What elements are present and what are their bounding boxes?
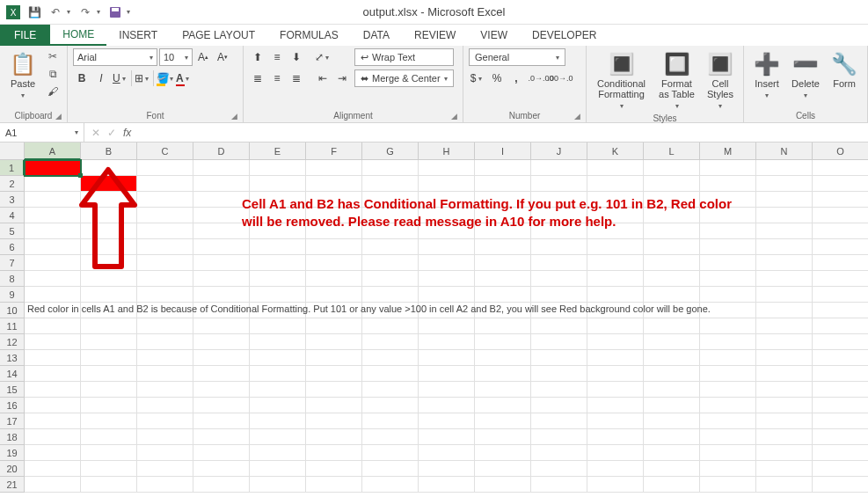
align-top-icon[interactable]: ⬆ xyxy=(249,48,266,66)
cell[interactable] xyxy=(756,398,813,413)
cell[interactable] xyxy=(475,350,531,366)
tab-view[interactable]: VIEW xyxy=(468,25,520,46)
tab-home[interactable]: HOME xyxy=(50,25,106,46)
cell[interactable] xyxy=(81,318,137,334)
cell[interactable] xyxy=(531,208,587,223)
cell[interactable] xyxy=(250,176,306,192)
cell[interactable] xyxy=(531,413,587,429)
cell[interactable] xyxy=(419,477,475,493)
cell[interactable] xyxy=(700,477,756,493)
undo-dropdown-icon[interactable]: ▾ xyxy=(67,8,74,16)
font-name-combo[interactable]: Arial▾ xyxy=(73,48,157,66)
cell[interactable] xyxy=(137,239,193,255)
cell[interactable] xyxy=(250,382,306,398)
cell[interactable] xyxy=(306,461,362,477)
cell[interactable] xyxy=(137,477,193,493)
cell[interactable] xyxy=(756,160,813,176)
cell[interactable] xyxy=(81,429,137,445)
cell[interactable] xyxy=(306,382,362,398)
cell[interactable] xyxy=(81,192,137,208)
cell[interactable] xyxy=(137,429,193,445)
row-header[interactable]: 9 xyxy=(0,287,25,303)
cell[interactable] xyxy=(587,208,644,223)
cell[interactable] xyxy=(756,255,813,271)
align-right-icon[interactable]: ≣ xyxy=(288,69,305,87)
row-header[interactable]: 12 xyxy=(0,334,25,350)
row-header[interactable]: 15 xyxy=(0,382,25,398)
cell[interactable] xyxy=(700,271,756,287)
row-header[interactable]: 1 xyxy=(0,160,25,176)
cell[interactable] xyxy=(137,271,193,287)
cell[interactable] xyxy=(81,223,137,239)
cell[interactable] xyxy=(81,160,137,176)
cell[interactable] xyxy=(193,287,250,303)
cell[interactable] xyxy=(587,461,644,477)
cell[interactable] xyxy=(193,350,250,366)
cell[interactable] xyxy=(587,176,644,192)
undo-icon[interactable]: ↶ xyxy=(46,3,65,22)
cell[interactable] xyxy=(587,223,644,239)
cell[interactable] xyxy=(644,429,700,445)
row-header[interactable]: 17 xyxy=(0,413,25,429)
cell[interactable] xyxy=(419,382,475,398)
cell[interactable] xyxy=(25,334,81,350)
cell[interactable] xyxy=(475,176,531,192)
cell[interactable] xyxy=(813,429,868,445)
font-size-combo[interactable]: 10▾ xyxy=(159,48,193,66)
column-header[interactable]: D xyxy=(193,143,250,160)
column-header[interactable]: L xyxy=(644,143,700,160)
cell[interactable] xyxy=(306,445,362,461)
cell[interactable] xyxy=(475,223,531,239)
cell[interactable] xyxy=(700,318,756,334)
font-color-button[interactable]: A▾ xyxy=(175,69,193,87)
format-as-table-button[interactable]: 🔲 Format as Table ▾ xyxy=(654,48,699,113)
cell[interactable] xyxy=(81,271,137,287)
cell[interactable] xyxy=(475,208,531,223)
cell[interactable] xyxy=(25,477,81,493)
cell[interactable] xyxy=(362,192,419,208)
cell[interactable] xyxy=(813,255,868,271)
cell[interactable] xyxy=(419,160,475,176)
cell[interactable] xyxy=(475,318,531,334)
decrease-indent-icon[interactable]: ⇤ xyxy=(314,69,332,87)
cell[interactable] xyxy=(756,208,813,223)
cell[interactable] xyxy=(137,413,193,429)
cell[interactable] xyxy=(25,429,81,445)
cell[interactable] xyxy=(193,255,250,271)
cell[interactable] xyxy=(25,287,81,303)
wrap-text-button[interactable]: ↩Wrap Text xyxy=(354,48,454,66)
cell[interactable] xyxy=(813,192,868,208)
accounting-format-icon[interactable]: $▾ xyxy=(469,69,486,87)
cell[interactable] xyxy=(25,350,81,366)
cell[interactable] xyxy=(137,255,193,271)
cell[interactable] xyxy=(813,413,868,429)
row-header[interactable]: 7 xyxy=(0,255,25,271)
cell[interactable] xyxy=(531,382,587,398)
cell[interactable] xyxy=(475,334,531,350)
fx-icon[interactable]: fx xyxy=(123,127,131,139)
cell[interactable] xyxy=(756,334,813,350)
cell[interactable] xyxy=(81,382,137,398)
cell[interactable] xyxy=(25,382,81,398)
cell[interactable] xyxy=(419,413,475,429)
cell[interactable] xyxy=(644,366,700,382)
cell[interactable] xyxy=(756,239,813,255)
cell[interactable] xyxy=(644,287,700,303)
cell[interactable] xyxy=(813,176,868,192)
cell[interactable] xyxy=(419,271,475,287)
cell[interactable] xyxy=(531,192,587,208)
cell[interactable] xyxy=(137,445,193,461)
cell[interactable] xyxy=(362,350,419,366)
cell[interactable] xyxy=(193,192,250,208)
row-header[interactable]: 6 xyxy=(0,239,25,255)
cell[interactable] xyxy=(475,398,531,413)
cell[interactable] xyxy=(250,445,306,461)
cell[interactable] xyxy=(137,208,193,223)
row-header[interactable]: 14 xyxy=(0,366,25,382)
cell[interactable] xyxy=(813,160,868,176)
column-header[interactable]: M xyxy=(700,143,756,160)
cell[interactable] xyxy=(756,223,813,239)
cell[interactable] xyxy=(587,255,644,271)
cell[interactable] xyxy=(250,318,306,334)
cell[interactable] xyxy=(306,208,362,223)
